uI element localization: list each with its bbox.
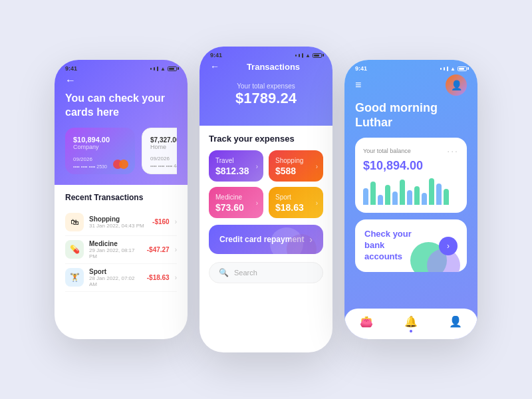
tx-sport-name: Sport bbox=[89, 268, 142, 275]
tx-shopping-name: Shopping bbox=[89, 215, 147, 223]
chart-bar-9 bbox=[422, 193, 427, 205]
greeting-text: Good morning Luthar bbox=[355, 101, 467, 130]
left-header: 9:41 ▲ ← You can check your cards here $… bbox=[55, 60, 188, 185]
signal-c2 bbox=[299, 54, 300, 57]
search-bar[interactable]: 🔍 Search bbox=[209, 262, 323, 283]
signal-r3 bbox=[447, 66, 448, 71]
card-main[interactable]: $10,894.00 Company 09/2026 •••• •••• •••… bbox=[65, 128, 135, 174]
balance-card: Your total balance ··· $10,894.00 bbox=[355, 138, 467, 213]
signal-r2 bbox=[444, 67, 445, 70]
phone-left: 9:41 ▲ ← You can check your cards here $… bbox=[55, 60, 188, 339]
chart-bar-7 bbox=[407, 190, 412, 205]
total-expenses-card: Your total expenses $1789.24 bbox=[210, 77, 322, 112]
card-main-label: Company bbox=[73, 144, 127, 150]
user-avatar[interactable]: 👤 bbox=[446, 74, 467, 96]
bank-accounts-card[interactable]: Check your bank accounts › bbox=[355, 219, 467, 272]
card-secondary-amount: $7,327.00 bbox=[150, 136, 177, 144]
expense-sport[interactable]: Sport $18.63 › bbox=[269, 187, 323, 218]
chart-bar-5 bbox=[392, 192, 398, 205]
transaction-sport[interactable]: 🏋 Sport 28 Jan 2022, 07:02 AM -$18.63 › bbox=[65, 264, 177, 292]
tx-shopping-info: Shopping 31 Jan 2022, 04:43 PM bbox=[89, 215, 147, 229]
chart-bar-6 bbox=[400, 180, 405, 205]
chart-bar-11 bbox=[436, 184, 442, 205]
search-icon: 🔍 bbox=[219, 268, 229, 277]
tx-shopping-date: 31 Jan 2022, 04:43 PM bbox=[89, 223, 147, 229]
chart-bar-4 bbox=[385, 185, 390, 205]
time-right: 9:41 bbox=[355, 65, 367, 72]
chevron-shopping: › bbox=[316, 162, 318, 170]
signal-c3 bbox=[302, 53, 303, 58]
search-placeholder: Search bbox=[234, 269, 257, 277]
phones-container: 9:41 ▲ ← You can check your cards here $… bbox=[41, 33, 491, 366]
center-screen-title: Transactions bbox=[225, 62, 322, 72]
chevron-icon: › bbox=[175, 218, 177, 225]
status-icons-left: ▲ bbox=[150, 66, 177, 72]
status-bar-center: 9:41 ▲ bbox=[210, 47, 322, 61]
nav-wallet[interactable]: 👛 bbox=[360, 315, 373, 332]
expense-medicine[interactable]: Medicine $73.60 › bbox=[209, 187, 263, 218]
wifi-icon-c: ▲ bbox=[305, 53, 311, 59]
phone-right: 9:41 ▲ ≡ 👤 Good morning Luthar bbox=[344, 60, 477, 339]
chevron-sport: › bbox=[316, 199, 318, 206]
back-button-center[interactable]: ← bbox=[210, 61, 219, 72]
card-main-expiry: 09/2026 bbox=[73, 156, 92, 162]
bell-icon: 🔔 bbox=[404, 315, 418, 328]
nav-bell[interactable]: 🔔 bbox=[404, 315, 418, 332]
status-icons-right: ▲ bbox=[440, 66, 467, 72]
wifi-icon-r: ▲ bbox=[450, 66, 456, 72]
expense-medicine-cat: Medicine bbox=[215, 194, 257, 201]
bank-chevron-icon[interactable]: › bbox=[439, 237, 458, 255]
expense-sport-amt: $18.63 bbox=[275, 202, 317, 213]
chart-bar-3 bbox=[378, 195, 383, 205]
tx-medicine-info: Medicine 29 Jan 2022, 08:17 PM bbox=[89, 240, 142, 259]
credit-card-button[interactable]: Credit card repayment › bbox=[209, 225, 323, 254]
chevron-icon-2: › bbox=[175, 246, 177, 253]
card-main-amount: $10,894.00 bbox=[73, 136, 127, 144]
chevron-icon-3: › bbox=[175, 274, 177, 281]
expense-medicine-amt: $73.60 bbox=[215, 202, 257, 213]
chart-bar-1 bbox=[363, 188, 368, 205]
more-options-icon[interactable]: ··· bbox=[447, 146, 459, 156]
mc-orange bbox=[119, 160, 128, 169]
expense-shopping[interactable]: Shopping $588 › bbox=[269, 150, 323, 182]
chart-bar-8 bbox=[414, 186, 420, 205]
total-expenses-amount: $1789.24 bbox=[215, 90, 317, 107]
nav-profile[interactable]: 👤 bbox=[449, 315, 462, 332]
status-bar-left: 9:41 ▲ bbox=[65, 60, 177, 74]
nav-active-dot bbox=[410, 330, 412, 332]
wallet-icon: 👛 bbox=[360, 315, 373, 328]
expense-shopping-amt: $588 bbox=[275, 166, 317, 176]
balance-label: Your total balance bbox=[363, 148, 411, 154]
tx-medicine-date: 29 Jan 2022, 08:17 PM bbox=[89, 247, 142, 259]
chevron-travel: › bbox=[256, 162, 258, 170]
expense-shopping-cat: Shopping bbox=[275, 157, 317, 164]
center-header: 9:41 ▲ ← Transactions Your total expense… bbox=[200, 47, 332, 126]
signal-c1 bbox=[295, 55, 297, 57]
signal-3 bbox=[157, 66, 158, 71]
battery-icon-c bbox=[313, 53, 322, 58]
card-secondary-label: Home bbox=[150, 144, 177, 150]
back-button[interactable]: ← bbox=[65, 74, 177, 86]
expense-sport-cat: Sport bbox=[275, 194, 317, 201]
tx-sport-date: 28 Jan 2022, 07:02 AM bbox=[89, 275, 142, 287]
right-top-row: ≡ 👤 bbox=[355, 74, 467, 96]
balance-amount: $10,894.00 bbox=[363, 159, 459, 173]
expense-travel-amt: $812.38 bbox=[215, 166, 257, 176]
card-secondary[interactable]: $7,327.00 Home 09/2026 •••• •••• •••• 44… bbox=[142, 128, 177, 174]
wifi-icon: ▲ bbox=[160, 66, 166, 72]
chart-bar-2 bbox=[370, 182, 376, 205]
balance-card-header: Your total balance ··· bbox=[363, 146, 459, 156]
card-main-number: •••• •••• •••• 2530 bbox=[73, 164, 107, 169]
battery-icon-r bbox=[458, 66, 467, 71]
track-title: Track your expenses bbox=[209, 134, 323, 144]
bottom-nav: 👛 🔔 👤 bbox=[344, 309, 477, 339]
chart-bar-10 bbox=[429, 178, 434, 205]
expense-travel[interactable]: Travel $812.38 › bbox=[209, 150, 263, 182]
total-expenses-label: Your total expenses bbox=[215, 82, 317, 90]
hamburger-menu[interactable]: ≡ bbox=[355, 79, 361, 91]
header-title-left: You can check your cards here bbox=[65, 92, 177, 120]
expense-travel-cat: Travel bbox=[215, 157, 257, 164]
transaction-medicine[interactable]: 💊 Medicine 29 Jan 2022, 08:17 PM -$47.27… bbox=[65, 236, 177, 264]
transaction-shopping[interactable]: 🛍 Shopping 31 Jan 2022, 04:43 PM -$160 › bbox=[65, 209, 177, 236]
signal-2 bbox=[154, 67, 155, 70]
